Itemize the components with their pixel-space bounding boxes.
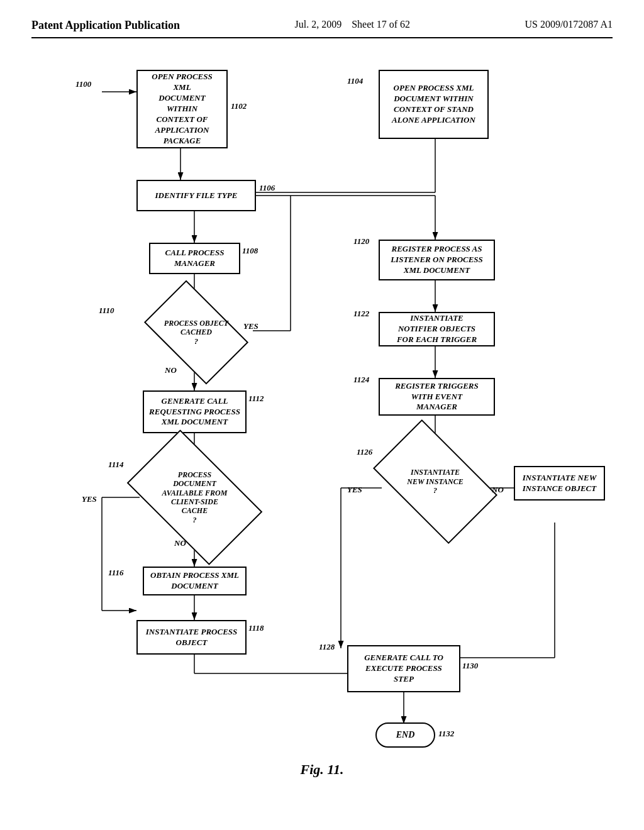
label-1110: 1110 <box>99 306 114 316</box>
yes-label-3: YES <box>347 485 362 495</box>
box-1118: INSTANTIATE PROCESSOBJECT <box>136 620 247 655</box>
label-1116: 1116 <box>108 568 124 578</box>
label-1126: 1126 <box>357 447 372 457</box>
label-1112: 1112 <box>248 394 264 404</box>
box-1104: OPEN PROCESS XMLDOCUMENT WITHINCONTEXT O… <box>379 70 489 139</box>
label-1114: 1114 <box>108 460 124 470</box>
label-1120: 1120 <box>353 236 369 246</box>
header-center: Jul. 2, 2009 Sheet 17 of 62 <box>294 19 410 30</box>
label-1106: 1106 <box>259 183 275 193</box>
label-1102: 1102 <box>231 101 247 111</box>
box-1120: REGISTER PROCESS ASLISTENER ON PROCESSXM… <box>379 240 495 280</box>
label-1128: 1128 <box>319 642 335 652</box>
box-1102: OPEN PROCESS XMLDOCUMENT WITHINCONTEXT O… <box>136 70 228 148</box>
no-label-2: NO <box>174 538 186 548</box>
label-1122: 1122 <box>353 309 369 319</box>
box-1122: INSTANTIATENOTIFIER OBJECTSFOR EACH TRIG… <box>379 312 495 346</box>
label-1108: 1108 <box>242 246 258 256</box>
box-1130: GENERATE CALL TOEXECUTE PROCESSSTEP <box>347 645 460 692</box>
box-1124: REGISTER TRIGGERSWITH EVENTMANAGER <box>379 378 495 416</box>
oval-end: END <box>375 722 435 748</box>
publication-date: Jul. 2, 2009 <box>294 19 341 30</box>
flowchart-diagram: 1100 OPEN PROCESS XMLDOCUMENT WITHINCONT… <box>39 57 605 749</box>
no-label-1: NO <box>165 365 177 375</box>
sheet-info: Sheet 17 of 62 <box>352 19 410 30</box>
label-1132: 1132 <box>438 729 454 739</box>
diamond-1110: PROCESS OBJECTCACHED? <box>152 302 240 362</box>
publication-title: Patent Application Publication <box>31 19 180 32</box>
figure-label: Fig. 11. <box>31 761 613 778</box>
box-1112: GENERATE CALLREQUESTING PROCESSXML DOCUM… <box>143 390 247 433</box>
no-label-3: NO <box>492 485 504 495</box>
box-1106: IDENTIFY FILE TYPE <box>136 180 256 211</box>
patent-number: US 2009/0172087 A1 <box>525 19 613 30</box>
label-1130: 1130 <box>462 661 478 671</box>
page-header: Patent Application Publication Jul. 2, 2… <box>31 19 613 38</box>
diamond-1114: PROCESSDOCUMENTAVAILABLE FROMCLIENT-SIDE… <box>136 460 253 535</box>
label-1118: 1118 <box>248 623 264 633</box>
box-1116: OBTAIN PROCESS XMLDOCUMENT <box>143 567 247 595</box>
diagram-main-label: 1100 <box>75 79 91 89</box>
yes-label-2: YES <box>82 494 97 504</box>
box-new-instance: INSTANTIATE NEWINSTANCE OBJECT <box>514 466 605 501</box>
diamond-1126: INSTANTIATENEW INSTANCE? <box>382 447 489 516</box>
page: Patent Application Publication Jul. 2, 2… <box>0 0 644 830</box>
label-1124: 1124 <box>353 375 369 385</box>
yes-label-1: YES <box>243 321 258 331</box>
label-1104: 1104 <box>347 76 363 86</box>
box-1108: CALL PROCESSMANAGER <box>149 243 240 274</box>
